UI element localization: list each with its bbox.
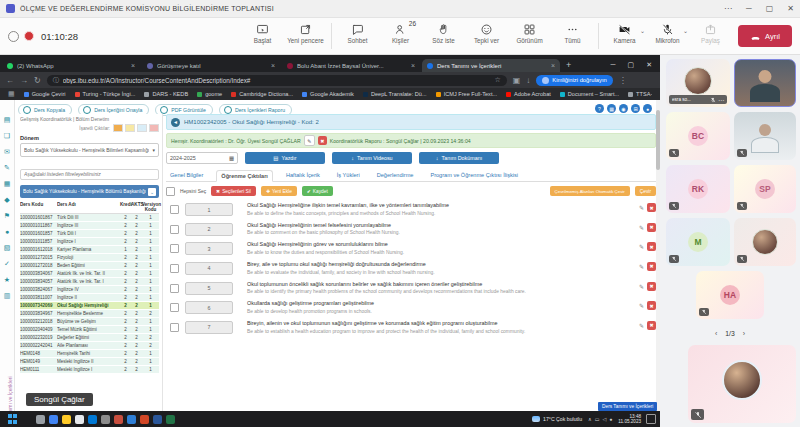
table-row[interactable]: HEM0111Mesleki İngilizce I 221 <box>20 366 159 374</box>
volume-icon[interactable]: ◁ <box>602 416 606 422</box>
sidebar-nav-icon[interactable]: ✓ <box>4 260 10 267</box>
course-action-button[interactable]: ▤Yazdır <box>245 152 325 164</box>
taskbar-app-icon[interactable] <box>75 415 84 424</box>
browser-close-button[interactable]: ✕ <box>646 61 652 69</box>
bookmark-item[interactable]: DeepL Translate: Dü... <box>363 91 427 97</box>
course-action-button[interactable]: ↓Tanım Dokümanı <box>419 152 499 164</box>
course-tab[interactable]: Değerlendirme <box>373 170 418 181</box>
edit-icon[interactable]: ✎ <box>639 302 644 309</box>
tab-close-icon[interactable]: × <box>131 62 135 69</box>
taskbar-app-icon[interactable] <box>114 415 123 424</box>
select-all-checkbox[interactable] <box>166 187 175 196</box>
mic-button[interactable]: ⌄ Mikrofon <box>646 23 689 44</box>
taskbar-app-icon[interactable] <box>166 415 175 424</box>
edit-icon[interactable]: ✎ <box>639 243 644 250</box>
translate-button[interactable]: Çevir <box>635 186 656 196</box>
year-select[interactable]: 2024-2025 ▦ <box>166 152 238 164</box>
raise-hand-button[interactable]: Söz iste <box>422 23 465 44</box>
remove-coordinator-button[interactable]: ✖ <box>318 136 327 145</box>
sidebar-nav-icon[interactable]: ▥ <box>4 292 11 299</box>
more-button[interactable]: Tümü <box>551 23 594 44</box>
view-button[interactable]: Görünüm <box>508 23 551 44</box>
apps-icon[interactable]: ⊞ <box>631 104 640 113</box>
outcome-number-box[interactable]: 4 <box>185 262 233 275</box>
taskbar-app-icon[interactable] <box>101 415 110 424</box>
forward-icon[interactable]: → <box>20 76 28 85</box>
downloads-icon[interactable]: ↓ <box>526 76 530 85</box>
bookmark-item[interactable]: ICMJ Free Full-Text... <box>436 91 497 97</box>
minimize-button[interactable]: ─ <box>746 4 752 13</box>
outcome-checkbox[interactable] <box>170 264 179 273</box>
browser-tab[interactable]: Ders Tanımı ve İçerikleri × <box>422 59 560 72</box>
tray-expand-icon[interactable]: ∧ <box>588 416 592 422</box>
table-row[interactable]: 1000002232019Değerler Eğitimi 222 <box>20 334 159 342</box>
edit-icon[interactable]: ✎ <box>639 224 644 231</box>
address-bar[interactable]: ⓘ obys.ibu.edu.tr/AO/Instructor/CourseCo… <box>47 75 507 86</box>
delete-button[interactable]: ✖ <box>647 203 656 212</box>
edit-icon[interactable]: ✎ <box>639 322 644 329</box>
edit-icon[interactable]: ✎ <box>639 283 644 290</box>
new-tab-button[interactable]: + <box>566 60 571 70</box>
apps-grid-icon[interactable]: ▦ <box>8 90 15 98</box>
save-button[interactable]: ✔ Kaydet <box>302 186 333 196</box>
notification-icon[interactable] <box>646 414 656 424</box>
taskbar-app-icon[interactable] <box>140 415 149 424</box>
page-next-icon[interactable]: › <box>743 330 745 337</box>
bookmark-item[interactable]: Google Akademik <box>302 91 354 97</box>
edit-icon[interactable]: ✎ <box>304 135 315 146</box>
delete-button[interactable]: ✖ <box>647 301 656 310</box>
outcome-checkbox[interactable] <box>170 284 179 293</box>
help-icon[interactable]: ? <box>595 104 604 113</box>
taskbar-app-icon[interactable] <box>62 415 71 424</box>
chevron-down-icon[interactable]: ⌄ <box>640 27 645 34</box>
more-options-icon[interactable]: ⋯ <box>724 4 732 13</box>
table-row[interactable]: 1000001011867İngilizce III 221 <box>20 222 159 230</box>
table-row[interactable]: 1000003834967Hemşirelikte Beslenme 222 <box>20 310 159 318</box>
table-row[interactable]: 1000001612018Kariyer Planlama 121 <box>20 246 159 254</box>
table-row[interactable]: 1000001601867Türk Dili III 221 <box>20 214 159 222</box>
sidebar-nav-icon[interactable]: ★ <box>4 276 10 283</box>
delete-button[interactable]: ✖ <box>647 262 656 271</box>
outcome-checkbox[interactable] <box>170 323 179 332</box>
table-row[interactable]: 1000001601857Türk Dili I 221 <box>20 230 159 238</box>
sidebar-nav-icon[interactable]: ◆ <box>4 196 9 203</box>
bookmark-item[interactable]: Document – Smart... <box>560 91 619 97</box>
participant-tile[interactable]: BC <box>666 112 730 160</box>
edit-icon[interactable]: ✎ <box>639 204 644 211</box>
taskbar-app-icon[interactable] <box>127 415 136 424</box>
back-circle-icon[interactable]: ◄ <box>171 118 180 127</box>
globe-icon[interactable]: ◉ <box>619 104 628 113</box>
share-button[interactable]: Paylaş <box>689 23 732 44</box>
table-row[interactable]: 1000007342069Okul Sağlığı Hemşireliği 22… <box>20 302 159 310</box>
start-button[interactable] <box>8 414 18 424</box>
bookmark-item[interactable]: DARS - KEDB <box>144 91 188 97</box>
delete-selected-button[interactable]: ✖ Seçilenleri Sil <box>211 186 256 196</box>
close-button[interactable]: ✕ <box>787 4 794 13</box>
system-tray[interactable]: ∧ ▭ ◁ ● <box>588 416 612 422</box>
browser-tab[interactable]: Bolu Abant İzzet Baysal Üniver... × <box>282 59 420 72</box>
participant-tile[interactable]: M <box>666 218 730 266</box>
auto-translate-button[interactable]: Çevrilmemiş Alanları Otomatik Çevir <box>550 186 630 196</box>
outcome-checkbox[interactable] <box>170 244 179 253</box>
table-row[interactable]: 1000001272015Fizyoloji 221 <box>20 254 159 262</box>
sidebar-nav-icon[interactable]: ✉ <box>4 148 10 155</box>
course-filter-input[interactable] <box>20 169 159 180</box>
edit-icon[interactable]: ✎ <box>639 263 644 270</box>
table-row[interactable]: 1000002040409Temel Müzik Eğitimi 221 <box>20 326 159 334</box>
table-row[interactable]: 1000003834057Atatürk İlk. ve İnk. Tar. I… <box>20 278 159 286</box>
sidebar-nav-icon[interactable]: ▧ <box>4 244 11 251</box>
tab-close-icon[interactable]: × <box>411 62 415 69</box>
delete-button[interactable]: ✖ <box>647 242 656 251</box>
leave-button[interactable]: Ayrıl <box>738 25 792 47</box>
lock-icon[interactable]: ● <box>643 104 652 113</box>
browser-tab[interactable]: Görüşmeye katıl × <box>142 59 280 72</box>
outcome-checkbox[interactable] <box>170 225 179 234</box>
active-speaker-tile[interactable] <box>734 59 796 107</box>
add-new-button[interactable]: ✚ Yeni Ekle <box>261 186 297 196</box>
taskbar-app-icon[interactable] <box>153 415 162 424</box>
department-header[interactable]: Bolu Sağlık Yüksekokulu - Hemşirelik Böl… <box>20 185 159 198</box>
course-tab[interactable]: Haftalık İçerik <box>282 170 324 181</box>
term-select[interactable]: Bolu Sağlık Yüksekokulu - Hemşirelik Bil… <box>20 143 159 157</box>
table-row[interactable]: 1000003212018Büyüme ve Gelişim 221 <box>20 318 159 326</box>
course-action-button[interactable]: ↓Tanım Videosu <box>332 152 412 164</box>
